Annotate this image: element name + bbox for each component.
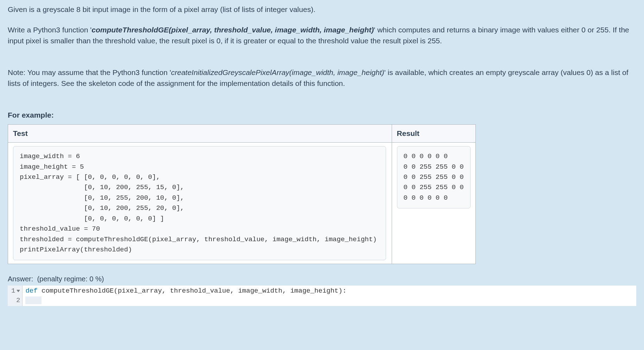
question-paragraph-2: Write a Python3 function 'computeThresho… (8, 25, 636, 46)
answer-label: Answer: (8, 275, 33, 283)
question-page: Given is a greyscale 8 bit input image i… (0, 0, 644, 306)
result-cell: 0 0 0 0 0 0 0 0 255 255 0 0 0 0 255 255 … (392, 143, 475, 264)
keyword-def: def (25, 287, 37, 295)
answer-label-line: Answer: (penalty regime: 0 %) (8, 274, 636, 284)
example-label: For example: (8, 110, 636, 120)
table-header-row: Test Result (8, 124, 476, 142)
header-result: Result (392, 124, 475, 142)
table-row: image_width = 6 image_height = 5 pixel_a… (8, 143, 476, 264)
test-code: image_width = 6 image_height = 5 pixel_a… (13, 146, 386, 260)
header-test: Test (8, 124, 392, 142)
penalty-regime: (penalty regime: 0 %) (37, 275, 104, 283)
fold-triangle-icon[interactable] (17, 290, 20, 292)
line-number: 1 (11, 286, 20, 296)
line-number: 2 (11, 296, 20, 305)
editor-code-area[interactable]: def computeThresholdGE(pixel_array, thre… (23, 286, 636, 306)
question-paragraph-1: Given is a greyscale 8 bit input image i… (8, 4, 636, 15)
code-editor[interactable]: 1 2 def computeThresholdGE(pixel_array, … (8, 286, 636, 306)
test-cell: image_width = 6 image_height = 5 pixel_a… (8, 143, 392, 264)
function-signature-2: createInitializedGreyscalePixelArray(ima… (171, 68, 384, 76)
function-signature-1: computeThresholdGE(pixel_array, threshol… (91, 26, 374, 34)
result-output: 0 0 0 0 0 0 0 0 255 255 0 0 0 0 255 255 … (397, 146, 471, 208)
question-paragraph-3: Note: You may assume that the Python3 fu… (8, 67, 636, 89)
question-p1-text: Given is a greyscale 8 bit input image i… (8, 5, 315, 13)
editor-gutter: 1 2 (8, 286, 23, 306)
question-p2-lead: Write a Python3 function ' (8, 26, 91, 34)
example-table: Test Result image_width = 6 image_height… (8, 124, 476, 264)
question-p3-lead: Note: You may assume that the Python3 fu… (8, 68, 171, 76)
code-line-1: computeThresholdGE(pixel_array, threshol… (38, 287, 347, 295)
